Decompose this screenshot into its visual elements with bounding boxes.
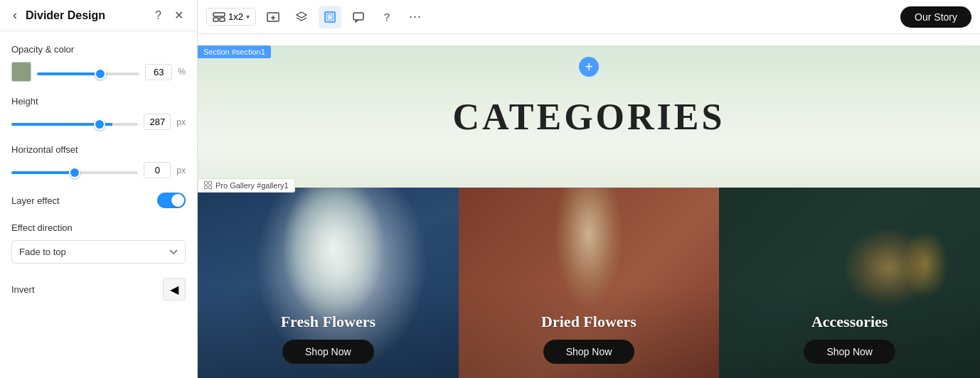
svg-rect-13 <box>209 186 212 189</box>
gallery-label-text: Pro Gallery #gallery1 <box>215 181 289 190</box>
opacity-slider[interactable] <box>37 72 139 75</box>
story-button[interactable]: Our Story <box>900 6 971 28</box>
svg-rect-2 <box>220 18 225 21</box>
layers-icon <box>295 11 308 23</box>
gallery-item-accessories[interactable]: Accessories Shop Now <box>719 188 980 378</box>
invert-row: Invert ◀ <box>11 278 186 301</box>
height-value-input[interactable] <box>144 114 171 130</box>
horizontal-offset-row: Horizontal offset px <box>11 144 186 178</box>
layers-button[interactable] <box>290 6 313 28</box>
section-label-text: Section #section1 <box>203 48 265 56</box>
panel-back-button[interactable]: ‹ <box>10 8 20 23</box>
horizontal-offset-slider-row: px <box>11 162 186 178</box>
height-label: Height <box>11 96 186 107</box>
layer-effect-row: Layer effect <box>11 193 186 208</box>
opacity-color-row: % <box>11 62 186 82</box>
gallery-label-bar[interactable]: Pro Gallery #gallery1 <box>198 178 295 193</box>
layout-dropdown[interactable]: 1x2 ▾ <box>206 8 256 26</box>
svg-rect-1 <box>213 18 218 21</box>
gallery-item-1-title: Fresh Flowers <box>281 313 376 331</box>
gallery-item-3-button[interactable]: Shop Now <box>804 340 895 364</box>
select-tool-button[interactable] <box>319 6 341 28</box>
svg-rect-7 <box>325 12 335 22</box>
gallery-section: Fresh Flowers Shop Now Dried Flowers Sho… <box>198 188 980 378</box>
comment-button[interactable] <box>347 6 370 28</box>
opacity-color-label: Opacity & color <box>11 44 186 55</box>
svg-rect-0 <box>213 13 225 16</box>
color-swatch[interactable] <box>11 62 31 82</box>
add-section-button[interactable] <box>262 6 284 28</box>
opacity-unit: % <box>178 67 186 77</box>
svg-marker-6 <box>297 12 307 18</box>
height-slider-wrapper <box>11 116 138 129</box>
horizontal-offset-unit: px <box>176 166 186 176</box>
horizontal-offset-slider[interactable] <box>11 171 138 174</box>
gallery-grid-icon <box>204 181 213 190</box>
height-unit: px <box>176 117 186 127</box>
invert-label: Invert <box>11 284 35 295</box>
add-section-plus-button[interactable]: + <box>579 57 599 77</box>
section-label-bar[interactable]: Section #section1 <box>198 45 271 58</box>
panel-close-button[interactable]: ✕ <box>171 7 187 23</box>
gallery-item-fresh-flowers[interactable]: Fresh Flowers Shop Now <box>198 188 459 378</box>
select-icon <box>324 11 336 23</box>
gallery-item-1-button[interactable]: Shop Now <box>282 340 374 364</box>
comment-icon <box>352 11 365 23</box>
svg-rect-9 <box>353 13 363 20</box>
layout-chevron-icon: ▾ <box>246 13 250 21</box>
left-panel: ‹ Divider Design ? ✕ Opacity & color % H… <box>0 0 198 378</box>
top-toolbar: 1x2 ▾ <box>198 0 980 34</box>
categories-title: CATEGORIES <box>453 96 725 138</box>
height-slider-row: px <box>11 114 186 130</box>
gallery-item-2-button[interactable]: Shop Now <box>543 340 635 364</box>
height-slider[interactable] <box>11 123 138 126</box>
more-options-button[interactable]: ··· <box>404 6 427 28</box>
gallery-item-dried-flowers[interactable]: Dried Flowers Shop Now <box>459 188 720 378</box>
gallery-item-2-title: Dried Flowers <box>541 313 637 331</box>
gallery-item-1-overlay: Fresh Flowers Shop Now <box>198 284 459 378</box>
invert-icon: ◀ <box>170 283 179 296</box>
opacity-value-input[interactable] <box>145 64 172 80</box>
layer-effect-label: Layer effect <box>11 195 60 206</box>
layout-label: 1x2 <box>228 11 243 22</box>
svg-rect-11 <box>209 182 212 185</box>
panel-body: Opacity & color % Height px Horizontal o… <box>0 31 197 378</box>
invert-button[interactable]: ◀ <box>163 278 186 301</box>
add-section-icon <box>267 11 279 23</box>
help-icon: ? <box>384 11 390 23</box>
svg-rect-10 <box>205 182 208 185</box>
svg-rect-12 <box>205 186 208 189</box>
panel-title: Divider Design <box>26 9 146 22</box>
help-button[interactable]: ? <box>376 6 398 28</box>
more-icon: ··· <box>409 9 422 24</box>
gallery-item-3-title: Accessories <box>811 313 888 331</box>
layer-effect-toggle[interactable] <box>157 193 186 208</box>
gallery-item-3-overlay: Accessories Shop Now <box>719 284 980 378</box>
horizontal-offset-value-input[interactable] <box>144 162 171 178</box>
canvas-content: Section #section1 + CATEGORIES Pro Galle… <box>198 34 980 378</box>
canvas-area: 1x2 ▾ <box>198 0 980 378</box>
effect-direction-select[interactable]: Fade to top Fade to bottom Fade to left … <box>11 240 186 264</box>
effect-direction-label: Effect direction <box>11 222 186 233</box>
plus-icon: + <box>585 59 593 75</box>
height-row: Height px <box>11 96 186 130</box>
opacity-slider-wrapper <box>37 65 139 78</box>
horizontal-offset-label: Horizontal offset <box>11 144 186 155</box>
panel-help-button[interactable]: ? <box>151 8 165 23</box>
effect-direction-row: Effect direction Fade to top Fade to bot… <box>11 222 186 264</box>
horizontal-offset-slider-wrapper <box>11 164 138 177</box>
gallery-item-2-overlay: Dried Flowers Shop Now <box>459 284 720 378</box>
layout-grid-icon <box>213 12 225 22</box>
panel-header: ‹ Divider Design ? ✕ <box>0 0 197 31</box>
